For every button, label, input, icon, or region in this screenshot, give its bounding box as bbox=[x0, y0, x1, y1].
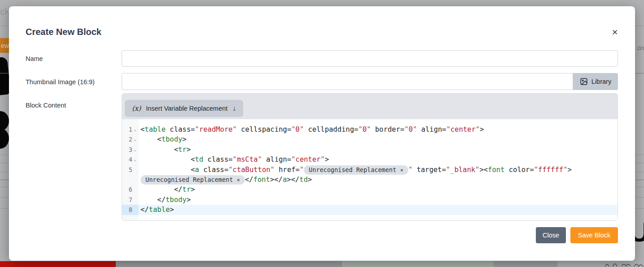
variable-icon: (x) bbox=[132, 104, 141, 112]
close-button[interactable]: Close bbox=[536, 227, 566, 243]
backdrop-thumbnail-shape bbox=[0, 128, 9, 149]
create-new-block-modal: Create New Block ✕ Name Thumbnail Image … bbox=[9, 6, 635, 261]
block-content-editor: (x) Insert Variable Replacement ↓ 1⌄<tab… bbox=[122, 93, 618, 221]
code-text[interactable]: <tr> bbox=[139, 145, 618, 155]
library-button-label: Library bbox=[591, 78, 611, 85]
line-number: 8 bbox=[122, 205, 139, 215]
code-text[interactable]: </table> bbox=[139, 205, 618, 215]
code-lines[interactable]: 1⌄<table class="readMore" cellspacing="0… bbox=[122, 119, 618, 221]
line-number: 7 bbox=[122, 195, 139, 205]
code-line[interactable]: 4⌄ <td class="msCta" align="center"> bbox=[122, 155, 618, 164]
code-line[interactable]: 6 </tr> bbox=[122, 185, 618, 194]
code-line[interactable]: 3⌄ <tr> bbox=[122, 145, 618, 155]
pill-label: Unrecognised Replacement bbox=[145, 175, 233, 185]
line-number: 6 bbox=[122, 185, 139, 194]
remove-replacement-icon[interactable]: ✕ bbox=[237, 175, 240, 185]
name-input[interactable] bbox=[122, 50, 618, 67]
code-line[interactable]: 5 <a class="ctaButton" href="Unrecognise… bbox=[122, 165, 618, 185]
backdrop-gray-thumbnail bbox=[116, 261, 342, 267]
line-number: 2⌄ bbox=[122, 134, 139, 144]
line-number: 4⌄ bbox=[122, 155, 139, 164]
variable-replacement-pill[interactable]: Unrecognised Replacement✕ bbox=[140, 175, 245, 185]
code-text[interactable]: </tbody> bbox=[139, 195, 618, 205]
insert-variable-replacement-label: Insert Variable Replacement bbox=[146, 105, 228, 112]
block-content-label: Block Content bbox=[26, 102, 66, 109]
backdrop-doodle-thumbnail bbox=[604, 261, 644, 267]
variable-replacement-pill[interactable]: Unrecognised Replacement✕ bbox=[304, 165, 408, 175]
image-icon bbox=[580, 78, 588, 86]
code-text[interactable]: <td class="msCta" align="center"> bbox=[139, 155, 618, 164]
library-button[interactable]: Library bbox=[573, 73, 618, 90]
code-text[interactable]: <tbody> bbox=[139, 134, 618, 144]
backdrop-gray-thumbnail bbox=[494, 261, 557, 267]
fold-chevron-icon[interactable]: ⌄ bbox=[132, 134, 138, 144]
backdrop-green-thumbnail bbox=[342, 261, 494, 267]
backdrop-red-thumbnail bbox=[0, 261, 116, 267]
thumbnail-label: Thumbnail Image (16:9) bbox=[26, 78, 95, 86]
close-icon[interactable]: ✕ bbox=[609, 26, 621, 39]
code-line[interactable]: 2⌄ <tbody> bbox=[122, 134, 618, 144]
name-label: Name bbox=[26, 55, 43, 62]
backdrop-action-header-fragment: on bbox=[637, 44, 644, 52]
code-line[interactable]: 8</table> bbox=[122, 205, 618, 215]
code-text[interactable]: <a class="ctaButton" href="Unrecognised … bbox=[139, 165, 618, 185]
editor-toolbar: (x) Insert Variable Replacement ↓ bbox=[122, 94, 618, 119]
chevron-down-icon: ↓ bbox=[232, 104, 236, 112]
line-number: 1⌄ bbox=[122, 125, 139, 134]
insert-variable-replacement-button[interactable]: (x) Insert Variable Replacement ↓ bbox=[125, 100, 243, 117]
pill-label: Unrecognised Replacement bbox=[309, 165, 396, 175]
remove-replacement-icon[interactable]: ✕ bbox=[400, 165, 403, 175]
code-text[interactable]: <table class="readMore" cellspacing="0" … bbox=[139, 125, 618, 134]
thumbnail-input[interactable] bbox=[122, 73, 573, 90]
code-line[interactable]: 1⌄<table class="readMore" cellspacing="0… bbox=[122, 125, 618, 134]
code-line[interactable]: 7 </tbody> bbox=[122, 195, 618, 205]
line-number: 3⌄ bbox=[122, 145, 139, 155]
line-number: 5 bbox=[122, 165, 139, 175]
fold-chevron-icon[interactable]: ⌄ bbox=[132, 145, 138, 155]
fold-chevron-icon[interactable]: ⌄ bbox=[132, 155, 138, 164]
code-text[interactable]: </tr> bbox=[139, 185, 618, 194]
fold-chevron-icon[interactable]: ⌄ bbox=[132, 125, 138, 134]
modal-title: Create New Block bbox=[26, 27, 101, 37]
save-block-button[interactable]: Save Block bbox=[570, 227, 618, 243]
